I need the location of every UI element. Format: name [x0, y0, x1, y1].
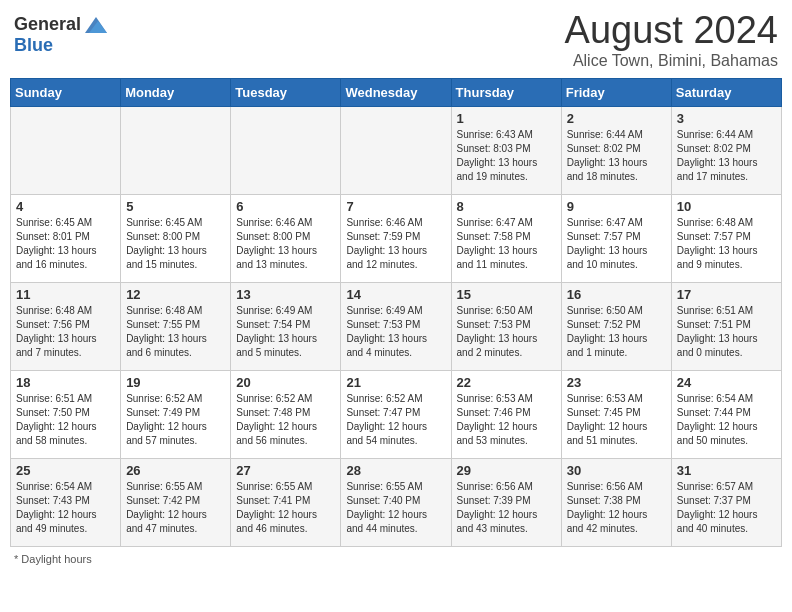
calendar-cell: 7Sunrise: 6:46 AM Sunset: 7:59 PM Daylig…	[341, 194, 451, 282]
day-info: Sunrise: 6:51 AM Sunset: 7:50 PM Dayligh…	[16, 392, 115, 448]
calendar-cell: 16Sunrise: 6:50 AM Sunset: 7:52 PM Dayli…	[561, 282, 671, 370]
calendar-cell: 5Sunrise: 6:45 AM Sunset: 8:00 PM Daylig…	[121, 194, 231, 282]
day-number: 18	[16, 375, 115, 390]
day-number: 16	[567, 287, 666, 302]
day-info: Sunrise: 6:44 AM Sunset: 8:02 PM Dayligh…	[567, 128, 666, 184]
day-number: 3	[677, 111, 776, 126]
calendar-cell	[11, 106, 121, 194]
day-info: Sunrise: 6:49 AM Sunset: 7:53 PM Dayligh…	[346, 304, 445, 360]
day-info: Sunrise: 6:49 AM Sunset: 7:54 PM Dayligh…	[236, 304, 335, 360]
day-number: 14	[346, 287, 445, 302]
calendar-week-1: 1Sunrise: 6:43 AM Sunset: 8:03 PM Daylig…	[11, 106, 782, 194]
day-info: Sunrise: 6:56 AM Sunset: 7:38 PM Dayligh…	[567, 480, 666, 536]
calendar-cell: 3Sunrise: 6:44 AM Sunset: 8:02 PM Daylig…	[671, 106, 781, 194]
calendar-cell	[341, 106, 451, 194]
calendar-cell: 17Sunrise: 6:51 AM Sunset: 7:51 PM Dayli…	[671, 282, 781, 370]
calendar-header-row: SundayMondayTuesdayWednesdayThursdayFrid…	[11, 78, 782, 106]
calendar-cell: 31Sunrise: 6:57 AM Sunset: 7:37 PM Dayli…	[671, 458, 781, 546]
calendar-cell: 19Sunrise: 6:52 AM Sunset: 7:49 PM Dayli…	[121, 370, 231, 458]
day-info: Sunrise: 6:45 AM Sunset: 8:01 PM Dayligh…	[16, 216, 115, 272]
calendar-cell: 8Sunrise: 6:47 AM Sunset: 7:58 PM Daylig…	[451, 194, 561, 282]
calendar-cell: 1Sunrise: 6:43 AM Sunset: 8:03 PM Daylig…	[451, 106, 561, 194]
header-day-friday: Friday	[561, 78, 671, 106]
day-info: Sunrise: 6:48 AM Sunset: 7:57 PM Dayligh…	[677, 216, 776, 272]
day-number: 19	[126, 375, 225, 390]
calendar-cell: 14Sunrise: 6:49 AM Sunset: 7:53 PM Dayli…	[341, 282, 451, 370]
day-info: Sunrise: 6:55 AM Sunset: 7:40 PM Dayligh…	[346, 480, 445, 536]
logo-icon	[85, 17, 107, 33]
day-info: Sunrise: 6:57 AM Sunset: 7:37 PM Dayligh…	[677, 480, 776, 536]
calendar-cell: 24Sunrise: 6:54 AM Sunset: 7:44 PM Dayli…	[671, 370, 781, 458]
header-day-wednesday: Wednesday	[341, 78, 451, 106]
calendar-body: 1Sunrise: 6:43 AM Sunset: 8:03 PM Daylig…	[11, 106, 782, 546]
day-number: 4	[16, 199, 115, 214]
logo: General Blue	[14, 14, 107, 56]
day-info: Sunrise: 6:47 AM Sunset: 7:57 PM Dayligh…	[567, 216, 666, 272]
day-info: Sunrise: 6:43 AM Sunset: 8:03 PM Dayligh…	[457, 128, 556, 184]
day-number: 8	[457, 199, 556, 214]
calendar-week-3: 11Sunrise: 6:48 AM Sunset: 7:56 PM Dayli…	[11, 282, 782, 370]
footer-text: Daylight hours	[21, 553, 91, 565]
day-number: 24	[677, 375, 776, 390]
day-number: 7	[346, 199, 445, 214]
day-number: 6	[236, 199, 335, 214]
calendar-cell: 13Sunrise: 6:49 AM Sunset: 7:54 PM Dayli…	[231, 282, 341, 370]
day-number: 26	[126, 463, 225, 478]
day-number: 21	[346, 375, 445, 390]
header: General Blue August 2024 Alice Town, Bim…	[10, 10, 782, 70]
calendar-cell: 23Sunrise: 6:53 AM Sunset: 7:45 PM Dayli…	[561, 370, 671, 458]
day-info: Sunrise: 6:48 AM Sunset: 7:55 PM Dayligh…	[126, 304, 225, 360]
calendar-cell: 22Sunrise: 6:53 AM Sunset: 7:46 PM Dayli…	[451, 370, 561, 458]
logo-general-text: General	[14, 14, 81, 35]
page-title: August 2024	[565, 10, 778, 52]
day-number: 22	[457, 375, 556, 390]
calendar-cell: 20Sunrise: 6:52 AM Sunset: 7:48 PM Dayli…	[231, 370, 341, 458]
day-number: 25	[16, 463, 115, 478]
day-number: 30	[567, 463, 666, 478]
calendar-cell: 27Sunrise: 6:55 AM Sunset: 7:41 PM Dayli…	[231, 458, 341, 546]
day-info: Sunrise: 6:45 AM Sunset: 8:00 PM Dayligh…	[126, 216, 225, 272]
page-subtitle: Alice Town, Bimini, Bahamas	[565, 52, 778, 70]
day-info: Sunrise: 6:52 AM Sunset: 7:47 PM Dayligh…	[346, 392, 445, 448]
day-number: 28	[346, 463, 445, 478]
calendar-cell: 21Sunrise: 6:52 AM Sunset: 7:47 PM Dayli…	[341, 370, 451, 458]
day-number: 17	[677, 287, 776, 302]
day-info: Sunrise: 6:54 AM Sunset: 7:43 PM Dayligh…	[16, 480, 115, 536]
day-number: 20	[236, 375, 335, 390]
calendar-cell: 18Sunrise: 6:51 AM Sunset: 7:50 PM Dayli…	[11, 370, 121, 458]
calendar-cell: 2Sunrise: 6:44 AM Sunset: 8:02 PM Daylig…	[561, 106, 671, 194]
day-number: 9	[567, 199, 666, 214]
logo-blue-text: Blue	[14, 35, 53, 56]
title-area: August 2024 Alice Town, Bimini, Bahamas	[565, 10, 778, 70]
header-day-sunday: Sunday	[11, 78, 121, 106]
footer-note: * Daylight hours	[10, 553, 782, 565]
day-number: 13	[236, 287, 335, 302]
calendar-cell: 29Sunrise: 6:56 AM Sunset: 7:39 PM Dayli…	[451, 458, 561, 546]
calendar-cell: 26Sunrise: 6:55 AM Sunset: 7:42 PM Dayli…	[121, 458, 231, 546]
day-info: Sunrise: 6:53 AM Sunset: 7:46 PM Dayligh…	[457, 392, 556, 448]
day-number: 12	[126, 287, 225, 302]
calendar-week-4: 18Sunrise: 6:51 AM Sunset: 7:50 PM Dayli…	[11, 370, 782, 458]
calendar-week-5: 25Sunrise: 6:54 AM Sunset: 7:43 PM Dayli…	[11, 458, 782, 546]
day-info: Sunrise: 6:53 AM Sunset: 7:45 PM Dayligh…	[567, 392, 666, 448]
day-number: 29	[457, 463, 556, 478]
day-number: 27	[236, 463, 335, 478]
calendar-cell: 30Sunrise: 6:56 AM Sunset: 7:38 PM Dayli…	[561, 458, 671, 546]
day-number: 5	[126, 199, 225, 214]
header-day-thursday: Thursday	[451, 78, 561, 106]
day-info: Sunrise: 6:55 AM Sunset: 7:42 PM Dayligh…	[126, 480, 225, 536]
day-number: 2	[567, 111, 666, 126]
day-info: Sunrise: 6:50 AM Sunset: 7:52 PM Dayligh…	[567, 304, 666, 360]
calendar-cell: 10Sunrise: 6:48 AM Sunset: 7:57 PM Dayli…	[671, 194, 781, 282]
header-day-saturday: Saturday	[671, 78, 781, 106]
day-number: 11	[16, 287, 115, 302]
day-info: Sunrise: 6:56 AM Sunset: 7:39 PM Dayligh…	[457, 480, 556, 536]
day-info: Sunrise: 6:48 AM Sunset: 7:56 PM Dayligh…	[16, 304, 115, 360]
day-info: Sunrise: 6:46 AM Sunset: 7:59 PM Dayligh…	[346, 216, 445, 272]
day-number: 15	[457, 287, 556, 302]
day-number: 10	[677, 199, 776, 214]
calendar-cell: 28Sunrise: 6:55 AM Sunset: 7:40 PM Dayli…	[341, 458, 451, 546]
day-info: Sunrise: 6:46 AM Sunset: 8:00 PM Dayligh…	[236, 216, 335, 272]
day-number: 31	[677, 463, 776, 478]
day-info: Sunrise: 6:52 AM Sunset: 7:48 PM Dayligh…	[236, 392, 335, 448]
